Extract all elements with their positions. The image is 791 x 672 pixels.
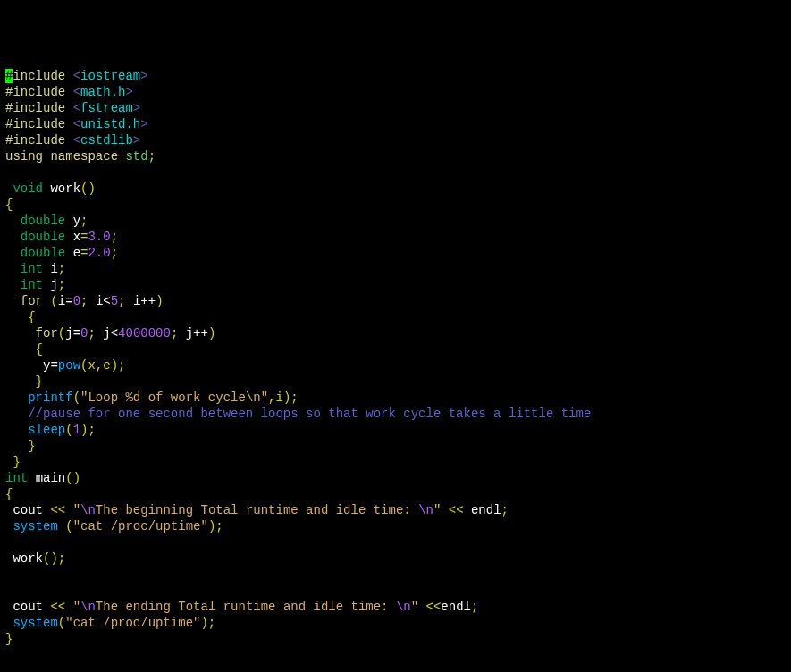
code-line: cout << "\nThe ending Total runtime and … <box>5 599 786 615</box>
header-name: cstdlib <box>80 133 133 147</box>
number: 4000000 <box>118 326 171 340</box>
angle-open: < <box>73 69 80 83</box>
function-call: system <box>13 616 57 630</box>
code-line: using namespace std; <box>5 148 786 164</box>
code-line: for (i=0; i<5; i++) <box>5 293 786 309</box>
code-line: #include <math.h> <box>5 84 786 100</box>
string: "cat /proc/uptime" <box>65 616 200 630</box>
code-line: { <box>5 486 786 502</box>
number: 2.0 <box>88 246 110 260</box>
function-call: sleep <box>28 423 65 437</box>
comment: //pause for one second between loops so … <box>28 407 591 421</box>
code-line: double x=3.0; <box>5 229 786 245</box>
blank-line <box>5 534 786 550</box>
namespace-kw: namespace <box>50 149 118 164</box>
code-line: system ("cat /proc/uptime"); <box>5 518 786 534</box>
blank-line <box>5 164 786 181</box>
function-call: work <box>13 551 43 566</box>
code-line: } <box>5 374 786 390</box>
code-line: double y; <box>5 213 786 229</box>
code-line: void work() <box>5 181 786 197</box>
escape: \n <box>80 503 96 517</box>
string: The ending Total runtime and idle time: <box>96 600 396 614</box>
code-line: printf("Loop %d of work cycle\n",i); <box>5 390 786 406</box>
code-line: y=pow(x,e); <box>5 357 786 374</box>
number: 0 <box>73 294 80 308</box>
stream: cout <box>13 600 43 614</box>
function-name: work <box>50 181 80 196</box>
type-kw: int <box>5 471 28 485</box>
code-line: { <box>5 341 786 357</box>
for-kw: for <box>36 326 58 340</box>
namespace-name: std <box>125 149 147 164</box>
code-line: #include <iostream> <box>5 68 786 84</box>
include-directive: include <box>13 117 65 131</box>
code-line: { <box>5 309 786 325</box>
include-directive: include <box>13 133 65 147</box>
number: 5 <box>111 294 118 308</box>
header-name: math.h <box>80 85 125 99</box>
code-line: int j; <box>5 277 786 293</box>
code-line: #include <fstream> <box>5 100 786 116</box>
var: x <box>73 230 80 244</box>
include-directive: include <box>13 69 65 83</box>
code-line: sleep(1); <box>5 422 786 438</box>
code-line: for(j=0; j<4000000; j++) <box>5 325 786 341</box>
number: 3.0 <box>88 230 110 244</box>
var: i <box>50 262 57 276</box>
code-line: } <box>5 438 786 454</box>
header-name: fstream <box>80 101 133 115</box>
var: y <box>73 214 80 228</box>
endl: endl <box>441 600 471 614</box>
include-directive: include <box>13 85 65 99</box>
endl: endl <box>471 503 501 517</box>
code-line: int i; <box>5 261 786 277</box>
function-call: pow <box>58 358 80 373</box>
code-line: { <box>5 197 786 213</box>
string: The beginning Total runtime and idle tim… <box>96 503 418 517</box>
stream: cout <box>13 503 43 517</box>
function-call: system <box>13 519 57 533</box>
type-kw: int <box>21 278 43 292</box>
type-kw: double <box>21 214 65 228</box>
code-line: work(); <box>5 550 786 567</box>
code-line: #include <unistd.h> <box>5 116 786 132</box>
string: "Loop %d of work cycle\n" <box>80 391 268 405</box>
code-line: system("cat /proc/uptime"); <box>5 615 786 631</box>
for-kw: for <box>21 294 43 308</box>
angle-close: > <box>140 69 147 83</box>
header-name: iostream <box>80 69 140 83</box>
header-name: unistd.h <box>80 117 140 131</box>
using-kw: using <box>5 149 43 164</box>
code-line: //pause for one second between loops so … <box>5 406 786 422</box>
code-line: cout << "\nThe beginning Total runtime a… <box>5 502 786 518</box>
code-line: } <box>5 454 786 470</box>
code-line: } <box>5 631 786 647</box>
code-line: #include <cstdlib> <box>5 132 786 148</box>
blank-line <box>5 567 786 583</box>
function-call: printf <box>28 391 72 405</box>
string: "cat /proc/uptime" <box>73 519 208 533</box>
type-kw: double <box>21 230 65 244</box>
function-name: main <box>36 471 66 485</box>
blank-line <box>5 583 786 599</box>
var: j <box>50 278 57 292</box>
type-kw: void <box>13 181 43 196</box>
number: 1 <box>73 423 80 437</box>
include-directive: include <box>13 101 65 115</box>
code-line: int main() <box>5 470 786 486</box>
var: e <box>73 246 80 260</box>
type-kw: int <box>21 262 43 276</box>
type-kw: double <box>21 246 65 260</box>
code-line: double e=2.0; <box>5 245 786 261</box>
